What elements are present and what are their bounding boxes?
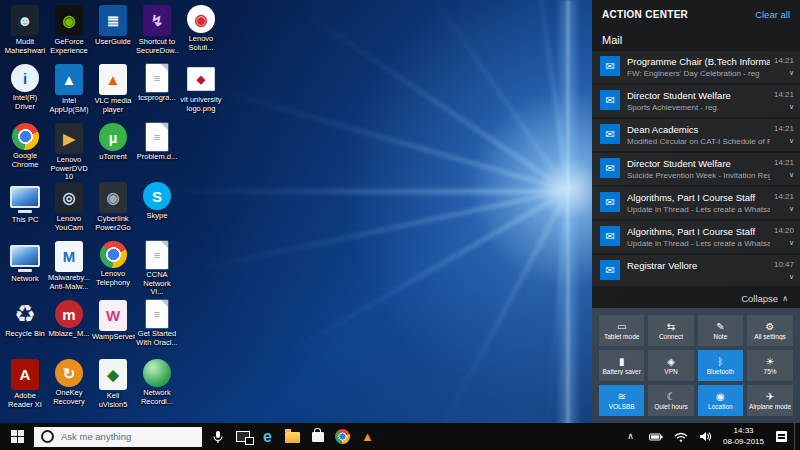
clear-all-link[interactable]: Clear all — [755, 9, 790, 20]
chevron-down-icon[interactable]: ∨ — [789, 103, 794, 111]
chrome-icon[interactable] — [330, 423, 355, 450]
notification[interactable]: ✉Programme Chair (B.Tech InformatiFW: En… — [592, 51, 800, 83]
notification[interactable]: ✉Algorithms, Part I Course StaffUpdate i… — [592, 187, 800, 219]
quick-action-all-settings[interactable]: ⚙All settings — [747, 315, 793, 346]
notification-body: Director Student WelfareSuicide Preventi… — [627, 158, 770, 180]
quick-action-tablet-mode[interactable]: ▭Tablet mode — [599, 315, 644, 346]
quick-action-wifi[interactable]: ≋VOLSBB — [599, 385, 644, 416]
battery-icon[interactable] — [643, 423, 668, 450]
quick-action-location[interactable]: ◉Location — [698, 385, 743, 416]
quick-action-brightness[interactable]: ☀75% — [747, 350, 793, 381]
windows-logo-icon — [11, 430, 24, 443]
notification[interactable]: ✉Registrar Vellore10:47∨ — [592, 255, 800, 286]
action-center-icon[interactable] — [769, 423, 794, 450]
desktop-icon[interactable]: ≣UserGuide — [91, 5, 135, 64]
notification[interactable]: ✉Algorithms, Part I Course StaffUpdate i… — [592, 221, 800, 253]
desktop-icon[interactable]: ≡Problem.d... — [135, 123, 179, 182]
desktop-icon[interactable]: WWampServer — [91, 300, 135, 359]
desktop-icon[interactable]: ☻Mudit Maheshwari — [3, 5, 47, 64]
desktop-icon[interactable]: Network Recordi... — [135, 359, 179, 418]
desktop-icon-label: Network Recordi... — [135, 389, 179, 406]
notification-time: 10:47 — [774, 260, 794, 269]
tile-label: Connect — [657, 333, 685, 340]
network-icon — [10, 245, 40, 267]
desktop-icon[interactable]: ▲Intel AppUp(SM) — [47, 64, 91, 123]
collapse-link[interactable]: Collapse ∧ — [592, 289, 800, 308]
desktop-icon[interactable]: ◉Cyberlink Power2Go — [91, 182, 135, 241]
task-view-button[interactable] — [230, 423, 255, 450]
desktop-icon[interactable]: AAdobe Reader XI — [3, 359, 47, 418]
desktop-icon[interactable]: This PC — [3, 182, 47, 241]
quick-action-connect[interactable]: ⇆Connect — [648, 315, 693, 346]
vlc-icon[interactable]: ▲ — [355, 423, 380, 450]
note-icon: ✎ — [716, 322, 724, 332]
vit-logo-image-icon: ◆ — [187, 67, 215, 91]
chevron-down-icon[interactable]: ∨ — [789, 239, 794, 247]
mail-app-icon: ✉ — [600, 226, 620, 246]
action-center-panel: ACTION CENTER Clear all Mail ✉Programme … — [592, 0, 800, 423]
desktop-icon[interactable]: ↻OneKey Recovery — [47, 359, 91, 418]
desktop-icon[interactable]: mMblaze_M... — [47, 300, 91, 359]
desktop-icon-label: uTorrent — [91, 153, 135, 162]
chevron-down-icon[interactable]: ∨ — [789, 69, 794, 77]
network-icon[interactable] — [668, 423, 693, 450]
tile-label: All settings — [752, 333, 787, 340]
notification-meta: 14:21∨ — [774, 124, 794, 145]
network-recording-icon — [143, 359, 171, 387]
clock[interactable]: 14:33 08-09-2015 — [718, 426, 769, 447]
desktop-icon[interactable]: Network — [3, 241, 47, 300]
quick-action-vpn[interactable]: ◈VPN — [648, 350, 693, 381]
notification-square-icon — [776, 431, 787, 442]
search-input[interactable] — [59, 430, 202, 443]
file-explorer-icon[interactable] — [280, 423, 305, 450]
quick-action-bluetooth[interactable]: ᛒBluetooth — [698, 350, 743, 381]
desktop-icon[interactable]: SSkype — [135, 182, 179, 241]
desktop-icon[interactable]: ▶Lenovo PowerDVD 10 — [47, 123, 91, 182]
desktop-icon[interactable]: ↯Shortcut to SecureDow... — [135, 5, 179, 64]
chevron-down-icon[interactable]: ∨ — [789, 137, 794, 145]
desktop-icon[interactable]: ◉GeForce Experience — [47, 5, 91, 64]
desktop-icon[interactable]: Google Chrome — [3, 123, 47, 182]
notification-subtitle: FW: Engineers' Day Celebration - reg — [627, 69, 770, 78]
desktop-icon[interactable]: Lenovo Telephony — [91, 241, 135, 300]
mail-app-icon: ✉ — [600, 260, 620, 280]
desktop-icon-label: Get Started With Oracl... — [135, 330, 179, 347]
desktop-icon[interactable]: ♻Recycle Bin — [3, 300, 47, 359]
start-button[interactable] — [0, 423, 34, 450]
quick-action-battery-saver[interactable]: ▮Battery saver — [599, 350, 644, 381]
desktop-icon[interactable]: ◆Keil uVision5 — [91, 359, 135, 418]
chevron-down-icon[interactable]: ∨ — [789, 171, 794, 179]
edge-icon[interactable]: e — [255, 423, 280, 450]
hidden-icons-chevron[interactable]: ∧ — [618, 423, 643, 450]
desktop-icon[interactable]: ≡CCNA Network Vi... — [135, 241, 179, 300]
notification[interactable]: ✉Director Student WelfareSports Achievem… — [592, 85, 800, 117]
desktop-icon[interactable]: ◆vit university logo.png — [179, 64, 223, 123]
desktop-icon[interactable]: ≡Get Started With Oracl... — [135, 300, 179, 359]
desktop-icon[interactable]: iIntel(R) Driver — [3, 64, 47, 123]
notification-title: Director Student Welfare — [627, 90, 770, 101]
notification-body: Algorithms, Part I Course StaffUpdate in… — [627, 192, 770, 214]
notification[interactable]: ✉Director Student WelfareSuicide Prevent… — [592, 153, 800, 185]
quick-action-note[interactable]: ✎Note — [698, 315, 743, 346]
notification-meta: 14:21∨ — [774, 158, 794, 179]
wampserver-icon: W — [99, 300, 127, 331]
search-box[interactable] — [34, 427, 202, 447]
desktop-icon[interactable]: ▲VLC media player — [91, 64, 135, 123]
tile-label: Airplane mode — [747, 403, 793, 410]
store-icon[interactable] — [305, 423, 330, 450]
desktop-icon[interactable]: ◎Lenovo YouCam — [47, 182, 91, 241]
volume-icon[interactable] — [693, 423, 718, 450]
quick-action-airplane-mode[interactable]: ✈Airplane mode — [747, 385, 793, 416]
mic-icon[interactable] — [205, 423, 230, 450]
battery-saver-icon: ▮ — [619, 357, 625, 367]
notification[interactable]: ✉Dean AcademicsModified Circular on CAT-… — [592, 119, 800, 151]
desktop-icon[interactable]: ◉Lenovo Soluti... — [179, 5, 223, 64]
chevron-down-icon[interactable]: ∨ — [789, 273, 794, 281]
malwarebytes-icon: M — [55, 241, 83, 272]
desktop-icon[interactable]: µuTorrent — [91, 123, 135, 182]
desktop-icon[interactable]: MMalwareby... Anti-Malw... — [47, 241, 91, 300]
quick-action-quiet-hours[interactable]: ☾Quiet hours — [648, 385, 693, 416]
desktop-icon[interactable]: ≡tcsprogra... — [135, 64, 179, 123]
chevron-down-icon[interactable]: ∨ — [789, 205, 794, 213]
show-desktop-button[interactable] — [794, 423, 800, 450]
